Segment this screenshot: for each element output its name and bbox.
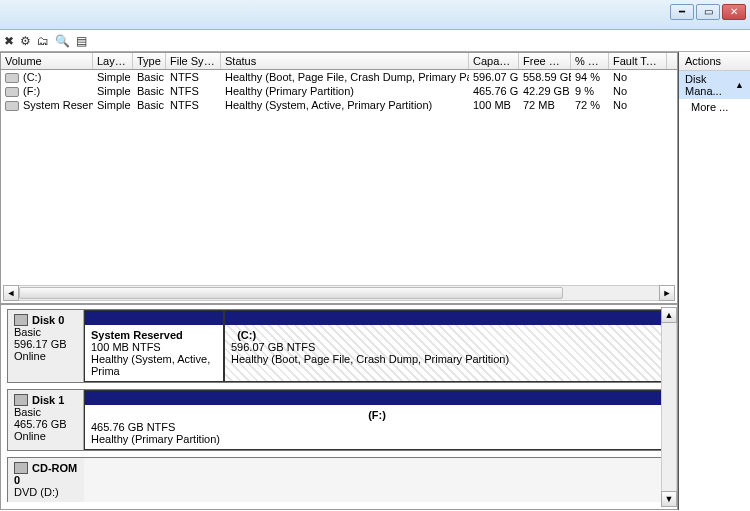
- partition[interactable]: (C:) 596.07 GB NTFS Healthy (Boot, Page …: [224, 310, 670, 382]
- col-volume[interactable]: Volume: [1, 53, 93, 69]
- drive-icon: [5, 101, 19, 111]
- disk-block[interactable]: Disk 0 Basic 596.17 GB Online System Res…: [7, 309, 671, 383]
- cell-ft: No: [609, 84, 667, 98]
- col-layout[interactable]: Layout: [93, 53, 133, 69]
- cell-type: Basic: [133, 84, 166, 98]
- col-pctfree[interactable]: % Free: [571, 53, 609, 69]
- cell-pct: 9 %: [571, 84, 609, 98]
- refresh-icon[interactable]: 🗂: [37, 35, 49, 47]
- close-button[interactable]: ✕: [722, 4, 746, 20]
- cell-status: Healthy (Boot, Page File, Crash Dump, Pr…: [221, 70, 469, 84]
- disk-label: Disk 1 Basic 465.76 GB Online: [8, 390, 84, 450]
- col-faulttol[interactable]: Fault Toler: [609, 53, 667, 69]
- scroll-right-icon[interactable]: ►: [659, 285, 675, 301]
- disk-block[interactable]: Disk 1 Basic 465.76 GB Online (F:) 465.7…: [7, 389, 671, 451]
- drive-icon: [5, 87, 19, 97]
- partition[interactable]: System Reserved 100 MB NTFS Healthy (Sys…: [84, 310, 224, 382]
- actions-header: Actions: [679, 52, 750, 71]
- partition-name: (C:): [237, 329, 256, 341]
- cell-pct: 72 %: [571, 98, 609, 112]
- disk-size: 596.17 GB: [14, 338, 67, 350]
- find-icon[interactable]: 🔍: [55, 35, 70, 47]
- cell-capacity: 596.07 GB: [469, 70, 519, 84]
- settings-icon[interactable]: ⚙: [20, 35, 31, 47]
- volume-table-header: Volume Layout Type File System Status Ca…: [0, 52, 677, 70]
- list-icon[interactable]: ▤: [76, 35, 87, 47]
- window-titlebar: ━ ▭ ✕: [0, 0, 750, 30]
- cell-ft: No: [609, 98, 667, 112]
- partition-header: [85, 391, 669, 405]
- cell-status: Healthy (System, Active, Primary Partiti…: [221, 98, 469, 112]
- partition-size: 100 MB NTFS: [91, 341, 161, 353]
- disk-block[interactable]: CD-ROM 0 DVD (D:): [7, 457, 671, 502]
- vertical-scrollbar[interactable]: ▲ ▼: [661, 307, 677, 507]
- col-filesystem[interactable]: File System: [166, 53, 221, 69]
- disk-size: 465.76 GB: [14, 418, 67, 430]
- cell-capacity: 100 MB: [469, 98, 519, 112]
- disk-type: Basic: [14, 406, 41, 418]
- cdrom-icon: [14, 462, 28, 474]
- partition-size: 465.76 GB NTFS: [91, 421, 175, 433]
- disk-type: Basic: [14, 326, 41, 338]
- partition-name: (F:): [368, 409, 386, 421]
- scroll-down-icon[interactable]: ▼: [661, 491, 677, 507]
- col-status[interactable]: Status: [221, 53, 469, 69]
- partition-name: System Reserved: [91, 329, 183, 341]
- maximize-button[interactable]: ▭: [696, 4, 720, 20]
- cell-free: 558.59 GB: [519, 70, 571, 84]
- partition-header: [85, 311, 223, 325]
- partition[interactable]: (F:) 465.76 GB NTFS Healthy (Primary Par…: [84, 390, 670, 450]
- toolbar: ✖ ⚙ 🗂 🔍 ▤: [0, 30, 750, 52]
- scroll-up-icon[interactable]: ▲: [661, 307, 677, 323]
- caret-up-icon: ▲: [735, 80, 744, 90]
- table-row[interactable]: System Reserved Simple Basic NTFS Health…: [1, 98, 677, 112]
- volume-table-body: (C:) Simple Basic NTFS Healthy (Boot, Pa…: [0, 70, 677, 304]
- disk-label: CD-ROM 0 DVD (D:): [8, 458, 84, 502]
- cell-layout: Simple: [93, 84, 133, 98]
- partition-size: 596.07 GB NTFS: [231, 341, 315, 353]
- partition-header: [225, 311, 669, 325]
- cell-fs: NTFS: [166, 98, 221, 112]
- cell-layout: Simple: [93, 98, 133, 112]
- volume-name: System Reserved: [23, 99, 93, 111]
- disk-map: Disk 0 Basic 596.17 GB Online System Res…: [0, 304, 677, 510]
- table-row[interactable]: (F:) Simple Basic NTFS Healthy (Primary …: [1, 84, 677, 98]
- cell-fs: NTFS: [166, 70, 221, 84]
- cell-pct: 94 %: [571, 70, 609, 84]
- disk-state: Online: [14, 430, 46, 442]
- disk-icon: [14, 314, 28, 326]
- cell-fs: NTFS: [166, 84, 221, 98]
- scroll-track[interactable]: [19, 285, 659, 301]
- action-diskmgmt[interactable]: Disk Mana... ▲: [679, 71, 750, 99]
- col-capacity[interactable]: Capacity: [469, 53, 519, 69]
- cell-type: Basic: [133, 70, 166, 84]
- scroll-thumb[interactable]: [19, 287, 563, 299]
- disk-label: Disk 0 Basic 596.17 GB Online: [8, 310, 84, 382]
- drive-icon: [5, 73, 19, 83]
- cell-free: 42.29 GB: [519, 84, 571, 98]
- volume-name: (F:): [23, 85, 40, 97]
- partition-status: Healthy (Boot, Page File, Crash Dump, Pr…: [231, 353, 509, 365]
- table-row[interactable]: (C:) Simple Basic NTFS Healthy (Boot, Pa…: [1, 70, 677, 84]
- col-type[interactable]: Type: [133, 53, 166, 69]
- minimize-button[interactable]: ━: [670, 4, 694, 20]
- cell-status: Healthy (Primary Partition): [221, 84, 469, 98]
- cell-free: 72 MB: [519, 98, 571, 112]
- cdrom-sub: DVD (D:): [14, 486, 59, 498]
- col-freespace[interactable]: Free Space: [519, 53, 571, 69]
- disk-icon: [14, 394, 28, 406]
- cell-layout: Simple: [93, 70, 133, 84]
- delete-icon[interactable]: ✖: [4, 35, 14, 47]
- cell-capacity: 465.76 GB: [469, 84, 519, 98]
- scroll-track[interactable]: [661, 323, 677, 491]
- action-more[interactable]: More ...: [679, 99, 750, 115]
- cell-ft: No: [609, 70, 667, 84]
- scroll-left-icon[interactable]: ◄: [3, 285, 19, 301]
- disk-title: Disk 1: [32, 394, 64, 406]
- cell-type: Basic: [133, 98, 166, 112]
- disk-state: Online: [14, 350, 46, 362]
- volume-name: (C:): [23, 71, 41, 83]
- action-label: Disk Mana...: [685, 73, 735, 97]
- horizontal-scrollbar[interactable]: ◄ ►: [3, 285, 675, 301]
- actions-panel: Actions Disk Mana... ▲ More ...: [678, 52, 750, 510]
